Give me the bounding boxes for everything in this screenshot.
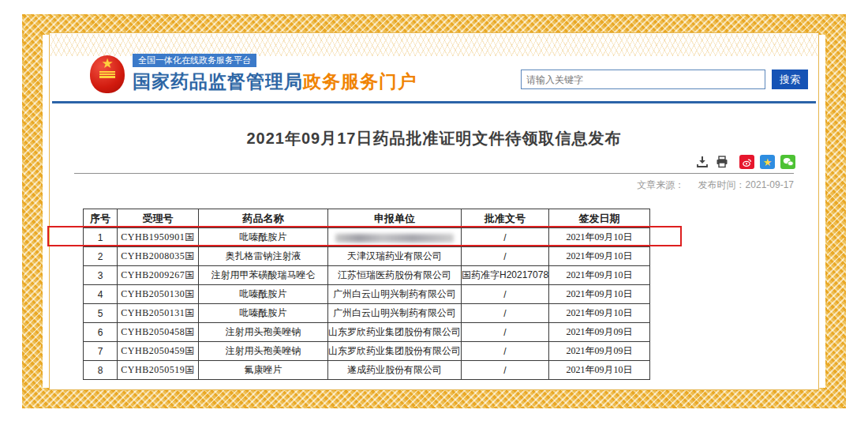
cell-apr: 国药准字H20217078 xyxy=(462,266,549,285)
table-row: 3CYHB2009267国注射用甲苯磺酸瑞马唑仑江苏恒瑞医药股份有限公司国药准字… xyxy=(84,266,650,285)
table-row: 4CYHB2050130国吡嗪酰胺片广州白云山明兴制药有限公司/2021年09月… xyxy=(84,285,650,304)
cell-no: 4 xyxy=(84,285,118,304)
cell-date: 2021年09月10日 xyxy=(549,285,650,304)
cell-date: 2021年09月10日 xyxy=(549,361,650,380)
table-row: 5CYHB2050131国吡嗪酰胺片广州白云山明兴制药有限公司/2021年09月… xyxy=(84,304,650,323)
cell-acc: CYHB1950901国 xyxy=(118,228,199,247)
cell-app: 广州白云山明兴制药有限公司 xyxy=(328,285,462,304)
col-header-acceptance: 受理号 xyxy=(118,209,199,228)
cell-apr: / xyxy=(462,323,549,342)
cell-date: 2021年09月10日 xyxy=(549,304,650,323)
site-header: ★ 全国一体化在线政务服务平台 国家药品监督管理局政务服务门户 搜索 xyxy=(52,52,816,96)
redacted-applicant xyxy=(335,234,454,242)
cell-drug: 吡嗪酰胺片 xyxy=(199,285,328,304)
cell-acc: CYHB2050458国 xyxy=(118,323,199,342)
table-row: 2CYHB2008035国奥扎格雷钠注射液天津汉瑞药业有限公司/2021年09月… xyxy=(84,247,650,266)
cell-app: 山东罗欣药业集团股份有限公司 xyxy=(328,342,462,361)
cell-acc: CYHB2050131国 xyxy=(118,304,199,323)
publish-time: 发布时间：2021-09-17 xyxy=(698,179,794,190)
cell-app xyxy=(328,228,462,247)
site-suffix: 政务服务门户 xyxy=(303,71,417,92)
cell-app: 天津汉瑞药业有限公司 xyxy=(328,247,462,266)
search-input[interactable] xyxy=(521,70,765,89)
table-body: 1CYHB1950901国吡嗪酰胺片/2021年09月10日2CYHB20080… xyxy=(84,228,650,380)
cell-no: 6 xyxy=(84,323,118,342)
cell-apr: / xyxy=(462,304,549,323)
page-title: 2021年09月17日药品批准证明文件待领取信息发布 xyxy=(0,128,868,149)
qzone-share-icon[interactable]: ★ xyxy=(760,155,775,169)
cell-apr: / xyxy=(462,228,549,247)
wechat-share-icon[interactable] xyxy=(780,155,795,169)
cell-acc: CYHB2008035国 xyxy=(118,247,199,266)
cell-app: 广州白云山明兴制药有限公司 xyxy=(328,304,462,323)
article-meta: 文章来源： 发布时间：2021-09-17 xyxy=(626,179,794,192)
cell-acc: CYHB2050519国 xyxy=(118,361,199,380)
cell-acc: CYHB2009267国 xyxy=(118,266,199,285)
col-header-drug: 药品名称 xyxy=(199,209,328,228)
header-divider xyxy=(52,101,816,103)
toolbar-divider xyxy=(74,173,794,174)
search-bar: 搜索 xyxy=(521,70,808,89)
cell-date: 2021年09月10日 xyxy=(549,266,650,285)
cell-apr: / xyxy=(462,285,549,304)
national-emblem-icon: ★ xyxy=(90,55,125,93)
cell-date: 2021年09月09日 xyxy=(549,342,650,361)
cell-date: 2021年09月10日 xyxy=(549,228,650,247)
cell-drug: 吡嗪酰胺片 xyxy=(199,304,328,323)
platform-badge: 全国一体化在线政务服务平台 xyxy=(133,54,256,67)
cell-acc: CYHB2050130国 xyxy=(118,285,199,304)
cell-apr: / xyxy=(462,247,549,266)
cell-app: 遂成药业股份有限公司 xyxy=(328,361,462,380)
cell-drug: 奥扎格雷钠注射液 xyxy=(199,247,328,266)
cell-drug: 吡嗪酰胺片 xyxy=(199,228,328,247)
cell-app: 江苏恒瑞医药股份有限公司 xyxy=(328,266,462,285)
cell-no: 5 xyxy=(84,304,118,323)
cell-app: 山东罗欣药业集团股份有限公司 xyxy=(328,323,462,342)
cell-apr: / xyxy=(462,342,549,361)
col-header-no: 序号 xyxy=(84,209,118,228)
records-table: 序号 受理号 药品名称 申报单位 批准文号 签发日期 1CYHB1950901国… xyxy=(83,209,650,380)
search-button[interactable]: 搜索 xyxy=(772,70,808,89)
table-row: 6CYHB2050458国注射用头孢美唑钠山东罗欣药业集团股份有限公司/2021… xyxy=(84,323,650,342)
cell-date: 2021年09月09日 xyxy=(549,323,650,342)
table-row: 1CYHB1950901国吡嗪酰胺片/2021年09月10日 xyxy=(84,228,650,247)
article-toolbar: ★ xyxy=(695,155,795,169)
cell-drug: 注射用甲苯磺酸瑞马唑仑 xyxy=(199,266,328,285)
site-brand: 全国一体化在线政务服务平台 国家药品监督管理局政务服务门户 xyxy=(133,52,417,94)
weibo-share-icon[interactable] xyxy=(739,155,754,169)
col-header-applicant: 申报单位 xyxy=(328,209,462,228)
table-row: 7CYHB2050459国注射用头孢美唑钠山东罗欣药业集团股份有限公司/2021… xyxy=(84,342,650,361)
col-header-date: 签发日期 xyxy=(549,209,650,228)
cell-no: 1 xyxy=(84,228,118,247)
source-label: 文章来源： xyxy=(637,179,684,190)
table-row: 8CYHB2050519国氟康唑片遂成药业股份有限公司/2021年09月10日 xyxy=(84,361,650,380)
cell-apr: / xyxy=(462,361,549,380)
cell-drug: 注射用头孢美唑钠 xyxy=(199,323,328,342)
cell-date: 2021年09月10日 xyxy=(549,247,650,266)
col-header-approval: 批准文号 xyxy=(462,209,549,228)
cell-drug: 注射用头孢美唑钠 xyxy=(199,342,328,361)
print-icon[interactable] xyxy=(715,155,729,169)
cell-no: 3 xyxy=(84,266,118,285)
cell-no: 7 xyxy=(84,342,118,361)
cell-no: 8 xyxy=(84,361,118,380)
site-name: 国家药品监督管理局 xyxy=(133,71,303,92)
download-icon[interactable] xyxy=(695,155,709,169)
page: ★ 全国一体化在线政务服务平台 国家药品监督管理局政务服务门户 搜索 2021年… xyxy=(0,0,868,421)
cell-acc: CYHB2050459国 xyxy=(118,342,199,361)
cell-drug: 氟康唑片 xyxy=(199,361,328,380)
table-header-row: 序号 受理号 药品名称 申报单位 批准文号 签发日期 xyxy=(84,209,650,228)
cell-no: 2 xyxy=(84,247,118,266)
